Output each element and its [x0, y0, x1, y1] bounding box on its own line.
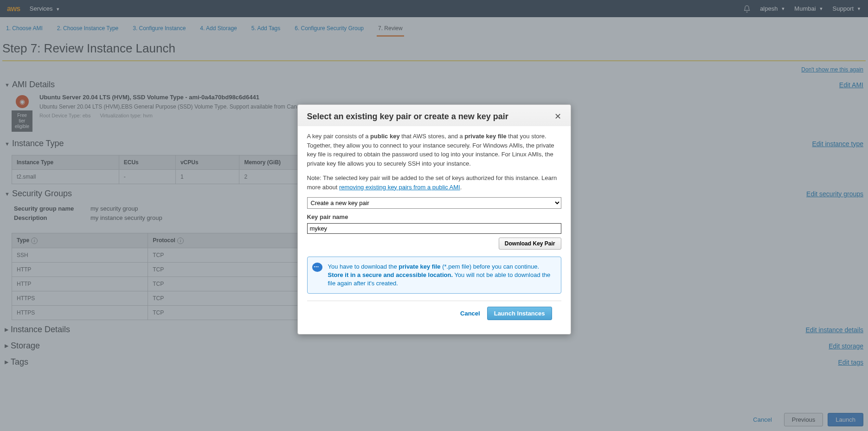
chat-icon: [312, 263, 322, 272]
keypair-modal: Select an existing key pair or create a …: [297, 104, 571, 335]
modal-description-1: A key pair consists of a public key that…: [307, 132, 561, 168]
modal-description-2: Note: The selected key pair will be adde…: [307, 174, 561, 192]
download-info-box: You have to download the private key fil…: [307, 257, 561, 294]
remove-keypairs-link[interactable]: removing existing key pairs from a publi…: [339, 184, 460, 191]
keypair-name-input[interactable]: [307, 223, 561, 234]
modal-cancel-button[interactable]: Cancel: [460, 309, 480, 318]
launch-instances-button[interactable]: Launch Instances: [487, 307, 552, 320]
modal-title: Select an existing key pair or create a …: [307, 112, 508, 122]
download-keypair-button[interactable]: Download Key Pair: [499, 238, 561, 250]
close-icon[interactable]: ✕: [554, 111, 561, 122]
keypair-name-label: Key pair name: [307, 212, 561, 222]
keypair-option-select[interactable]: Create a new key pair: [307, 197, 561, 209]
